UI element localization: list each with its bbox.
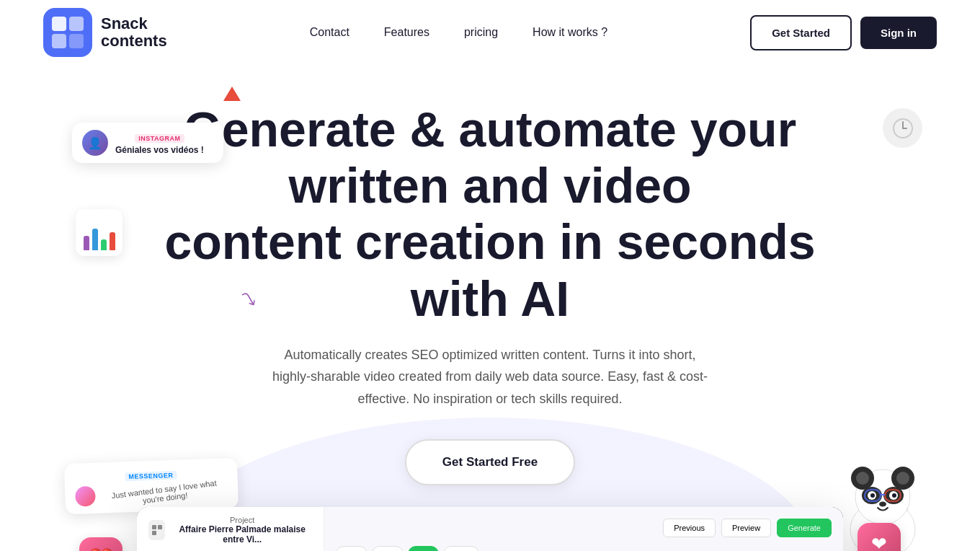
social-reactions-left: ❤️ 👍 (79, 537, 122, 551)
svg-rect-2 (69, 17, 84, 31)
svg-rect-0 (43, 8, 92, 57)
logo[interactable]: Snack contents (43, 8, 167, 57)
svg-point-19 (892, 493, 896, 498)
svg-rect-4 (69, 34, 84, 48)
triangle-decoration (223, 87, 241, 101)
heart-reaction-icon: ❤️ (79, 537, 122, 551)
svg-rect-3 (52, 34, 66, 48)
instagram-card-content: INSTAGRAM Géniales vos vidéos ! (115, 131, 204, 155)
svg-rect-1 (52, 17, 66, 31)
svg-point-18 (870, 493, 875, 498)
messenger-avatar (75, 485, 96, 506)
time-20s[interactable]: 20s (372, 546, 404, 551)
nav-pricing[interactable]: pricing (464, 26, 498, 38)
row-content-1: Project Affaire Pierre Palmade malaise e… (172, 516, 312, 545)
dashboard-controls: Previous Preview Generate (336, 519, 832, 537)
dashboard-main: Previous Preview Generate 10s 20s 30s 1m… (324, 507, 843, 551)
messenger-message-row: Just wanted to say I love what you're do… (75, 481, 228, 506)
dashboard-frame: Project Affaire Pierre Palmade malaise e… (137, 507, 843, 551)
heart-reaction-right-icon: ❤ (858, 523, 901, 551)
brand-name: Snack contents (101, 15, 167, 50)
svg-rect-33 (152, 525, 156, 529)
svg-point-12 (856, 472, 869, 485)
svg-rect-35 (152, 531, 156, 535)
instagram-avatar: 👤 (82, 130, 108, 156)
instagram-notification-card: 👤 INSTAGRAM Géniales vos vidéos ! (72, 123, 223, 163)
nav-actions: Get Started Sign in (750, 15, 937, 50)
previous-button[interactable]: Previous (663, 519, 716, 537)
nav-how-works[interactable]: How it works ? (533, 26, 607, 39)
dashboard-inner: Project Affaire Pierre Palmade malaise e… (137, 507, 843, 551)
preview-button[interactable]: Preview (721, 519, 771, 537)
hero-cta-button[interactable]: Get Started Free (405, 439, 575, 485)
chart-decoration (76, 209, 122, 256)
nav-features[interactable]: Features (384, 26, 429, 38)
hero-subtext: Automatically creates SEO optimized writ… (267, 344, 713, 410)
social-reactions-right: ❤ 👍 (858, 523, 901, 551)
dashboard-row-1: Project Affaire Pierre Palmade malaise e… (137, 507, 324, 551)
time-options: 10s 20s 30s 1min (336, 546, 832, 551)
hero-section: ⤵ 👤 INSTAGRAM Géniales vos vidéos ! MESS… (0, 65, 980, 551)
messenger-notification-card: MESSENGER Just wanted to say I love what… (64, 457, 239, 513)
hero-headline: Generate & automate your written and vid… (130, 79, 850, 327)
dashboard-preview: ❤️ 👍 ❤ 👍 Project Affaire Pierre Pal (137, 507, 843, 551)
nav-menu: Contact Features pricing How it works ? (310, 26, 607, 39)
nav-sign-in-button[interactable]: Sign in (860, 17, 937, 49)
row-icon-1 (148, 520, 165, 540)
time-30s[interactable]: 30s (408, 546, 440, 551)
time-1min[interactable]: 1min (443, 546, 479, 551)
clock-decoration (883, 108, 922, 148)
svg-point-20 (879, 501, 886, 506)
time-10s[interactable]: 10s (336, 546, 368, 551)
svg-point-13 (896, 472, 909, 485)
generate-button[interactable]: Generate (777, 519, 832, 537)
nav-contact[interactable]: Contact (310, 26, 349, 38)
navigation: Snack contents Contact Features pricing … (0, 0, 980, 65)
svg-rect-34 (158, 525, 162, 529)
nav-get-started-button[interactable]: Get Started (750, 15, 852, 50)
dashboard-sidebar: Project Affaire Pierre Palmade malaise e… (137, 507, 324, 551)
